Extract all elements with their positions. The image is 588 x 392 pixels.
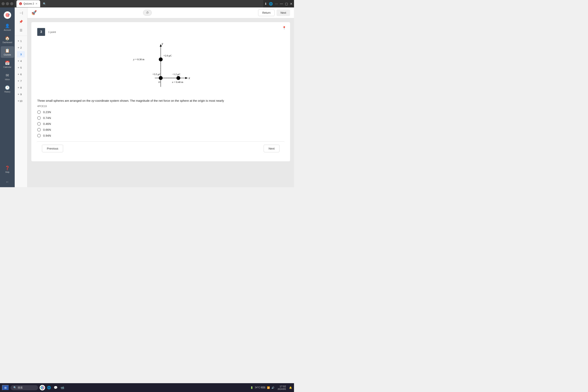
sidebar-item-help[interactable]: ❓ Help <box>1 164 14 175</box>
question-id: 4PCE19 <box>37 105 284 108</box>
minimize-icon[interactable]: — <box>280 2 283 6</box>
account-icon: 👤 <box>5 24 10 28</box>
question-nav-item-8[interactable]: 8 <box>17 84 25 91</box>
browser-actions: ⬇ 🌐 ⋯ — ▢ ✕ <box>264 2 292 6</box>
inbox-icon: ✉ <box>6 73 9 78</box>
question-nav-item-9[interactable]: 9 <box>17 91 25 98</box>
radio-a[interactable] <box>37 110 41 114</box>
toolbar-right-buttons: Return Next <box>258 10 290 16</box>
question-nav-dot-10 <box>18 100 19 102</box>
sidebar: 🎯 👤 Account 🏠 Dashboard 📋 Courses 📅 Cale… <box>0 8 15 187</box>
question-nav-panel: →| 📌 ☰ 12345678910 <box>15 8 28 187</box>
maximize-icon[interactable]: ▢ <box>285 2 288 6</box>
question-number-badge: 3 <box>37 28 45 36</box>
tab-favicon: Q <box>19 2 22 5</box>
radio-b[interactable] <box>37 116 41 120</box>
active-tab[interactable]: Q Quizzes 2 ✕ <box>16 0 40 7</box>
browser-controls: ← → ↻ <box>2 2 13 5</box>
question-nav-label-5: 5 <box>20 66 22 69</box>
answer-choices: 0.23N0.74N0.46N0.66N0.94N <box>37 110 284 138</box>
answer-label-a: 0.23N <box>43 110 51 114</box>
sidebar-item-account[interactable]: 👤 Account <box>1 22 14 33</box>
globe-icon[interactable]: 🌐 <box>269 2 273 6</box>
search-icon-browser[interactable]: 🔍 <box>41 2 48 5</box>
physics-diagram: y x +2.0 μC y = 0.30 m +3.5 μC −1.2 μC O <box>124 40 198 95</box>
question-nav-item-4[interactable]: 4 <box>17 58 25 64</box>
nav-arrow-icon[interactable]: →| <box>18 10 24 16</box>
next-button-top[interactable]: Next <box>276 10 290 16</box>
answer-choice-e[interactable]: 0.94N <box>37 134 284 138</box>
question-nav-dot-2 <box>18 47 19 48</box>
history-icon: 🕐 <box>5 85 10 90</box>
question-nav-item-7[interactable]: 7 <box>17 78 25 84</box>
forward-button[interactable]: → <box>6 2 9 5</box>
radio-e[interactable] <box>37 134 41 138</box>
radio-d[interactable] <box>37 128 41 132</box>
svg-text:O: O <box>158 80 160 84</box>
sidebar-item-logo[interactable]: 🎯 <box>1 10 14 21</box>
pin-icon[interactable]: 📍 <box>282 26 286 30</box>
question-text: Three small spheres are arranged on the … <box>37 98 284 103</box>
next-button-bottom[interactable]: Next <box>264 145 280 152</box>
answer-label-e: 0.94N <box>43 134 51 137</box>
help-icon: ❓ <box>5 166 10 170</box>
return-button[interactable]: Return <box>258 10 274 16</box>
sidebar-label-history: History <box>4 91 10 93</box>
more-icon[interactable]: ⋯ <box>275 2 278 6</box>
question-card: 3 1 point 📍 <box>31 22 290 161</box>
bottom-navigation: Previous Next <box>37 141 284 156</box>
question-nav-item-2[interactable]: 2 <box>17 44 25 51</box>
question-nav-label-10: 10 <box>20 100 22 102</box>
svg-text:x: x <box>172 80 173 84</box>
refresh-button[interactable]: ↻ <box>10 2 13 5</box>
svg-text:= 0.30 m: = 0.30 m <box>135 58 144 61</box>
question-nav-item-10[interactable]: 10 <box>17 98 25 104</box>
sidebar-collapse-button[interactable]: ← <box>6 180 9 184</box>
content-area: 🚀 ⏱ Return Next 3 1 point 📍 <box>28 8 294 187</box>
question-nav-label-2: 2 <box>20 46 22 49</box>
answer-choice-b[interactable]: 0.74N <box>37 116 284 120</box>
svg-text:+2.0 μC: +2.0 μC <box>164 54 172 57</box>
answer-label-d: 0.66N <box>43 128 51 131</box>
sidebar-item-courses[interactable]: 📋 Courses <box>1 46 14 58</box>
answer-choice-d[interactable]: 0.66N <box>37 128 284 132</box>
nav-list-icon[interactable]: ☰ <box>18 27 24 34</box>
download-icon[interactable]: ⬇ <box>264 2 267 6</box>
calendar-icon: 📅 <box>5 60 10 65</box>
back-button[interactable]: ← <box>2 2 5 5</box>
timer-button[interactable]: ⏱ <box>143 10 152 16</box>
nav-pin-icon[interactable]: 📌 <box>18 18 24 25</box>
tab-close-button[interactable]: ✕ <box>36 2 38 5</box>
radio-c[interactable] <box>37 122 41 126</box>
sidebar-label-courses: Courses <box>4 54 11 56</box>
question-nav-dot-1 <box>18 40 19 42</box>
question-nav-label-1: 1 <box>20 40 22 42</box>
sidebar-item-history[interactable]: 🕐 History <box>1 83 14 95</box>
question-nav-label-9: 9 <box>20 93 22 96</box>
svg-marker-3 <box>185 77 188 79</box>
sidebar-item-calendar[interactable]: 📅 Calendar <box>1 58 14 70</box>
question-nav-dot-6 <box>18 74 19 75</box>
question-nav-item-1[interactable]: 1 <box>17 38 25 44</box>
question-nav-item-3[interactable]: 3 <box>17 51 25 58</box>
previous-button[interactable]: Previous <box>42 145 63 152</box>
svg-point-8 <box>176 76 180 80</box>
tab-bar: Q Quizzes 2 ✕ 🔍 <box>14 0 263 8</box>
answer-choice-a[interactable]: 0.23N <box>37 110 284 114</box>
courses-icon: 📋 <box>5 48 10 53</box>
question-nav-label-3: 3 <box>20 53 22 56</box>
quiz-content: 3 1 point 📍 <box>28 18 294 187</box>
question-nav-label-4: 4 <box>20 60 22 62</box>
svg-text:y: y <box>133 58 134 61</box>
dashboard-icon: 🏠 <box>5 36 10 40</box>
sidebar-item-inbox[interactable]: ✉ Inbox <box>1 71 14 82</box>
question-nav-dot-4 <box>18 60 19 62</box>
rocket-icon[interactable]: 🚀 <box>31 10 37 15</box>
sidebar-item-dashboard[interactable]: 🏠 Dashboard <box>1 34 14 46</box>
question-nav-item-6[interactable]: 6 <box>17 71 25 78</box>
question-points: 1 point <box>48 30 56 34</box>
question-nav-item-5[interactable]: 5 <box>17 64 25 71</box>
svg-marker-1 <box>160 44 162 47</box>
answer-choice-c[interactable]: 0.46N <box>37 122 284 126</box>
close-icon[interactable]: ✕ <box>290 2 292 6</box>
